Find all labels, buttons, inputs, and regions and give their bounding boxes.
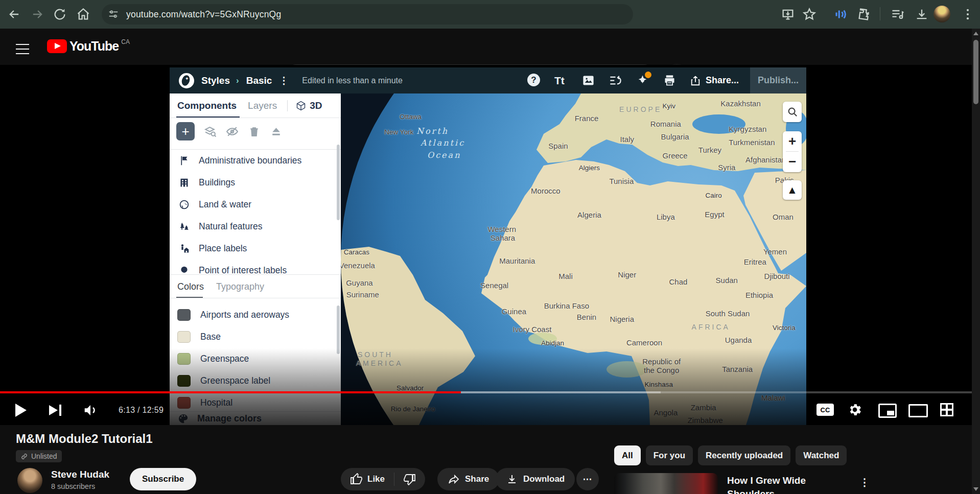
theater-button[interactable] (908, 402, 928, 417)
zoom-in-button[interactable]: + (788, 131, 796, 151)
chip-recently-uploaded[interactable]: Recently uploaded (698, 445, 790, 465)
volume-button[interactable] (83, 403, 98, 418)
share-button[interactable]: Share... (690, 75, 739, 86)
subscribe-button[interactable]: Subscribe (130, 468, 196, 490)
breadcrumb-styles[interactable]: Styles (201, 75, 230, 86)
zoom-out-button[interactable]: − (788, 152, 796, 172)
image-icon[interactable] (581, 74, 595, 87)
more-actions-button[interactable]: ⋯ (576, 468, 599, 490)
eject-icon[interactable] (270, 125, 283, 138)
breadcrumb-style-name[interactable]: Basic (246, 75, 272, 86)
miniplayer-button[interactable] (878, 402, 897, 417)
trash-icon[interactable] (248, 125, 261, 138)
color-row[interactable]: Base (170, 326, 341, 348)
play-button[interactable] (15, 404, 27, 417)
compass-button[interactable]: ▲ (783, 180, 802, 200)
map-label: Tunisia (609, 176, 634, 185)
map-label: Guinea (502, 307, 526, 315)
map-label: North (416, 126, 449, 136)
tab-3d[interactable]: 3D (310, 100, 322, 111)
video-player[interactable]: Styles › Basic ⋮ Edited in less than a m… (0, 65, 972, 425)
component-poi-labels[interactable]: Point of interest labels (170, 260, 341, 281)
hide-eye-icon[interactable] (226, 125, 239, 138)
component-land-water[interactable]: Land & water (170, 194, 341, 216)
chip-for-you[interactable]: For you (646, 445, 693, 465)
tab-divider (287, 100, 288, 111)
forward-icon[interactable] (30, 7, 44, 21)
channel-name[interactable]: Steve Hudak (51, 469, 109, 480)
menu-dots-icon[interactable] (961, 7, 975, 21)
captions-button[interactable]: CC (816, 402, 834, 417)
channel-avatar[interactable] (17, 468, 42, 493)
color-row[interactable]: Greenspace label (170, 370, 341, 392)
extensions-icon[interactable] (857, 7, 871, 21)
share-button-yt[interactable]: Share (437, 468, 499, 490)
reload-icon[interactable] (53, 7, 67, 21)
address-bar[interactable]: youtube.com/watch?v=5GxNRuycnQg (102, 4, 633, 25)
tab-typography[interactable]: Typography (216, 281, 264, 292)
url-text[interactable]: youtube.com/watch?v=5GxNRuycnQg (126, 9, 281, 20)
download-button-yt[interactable]: Download (496, 468, 575, 490)
home-icon[interactable] (76, 7, 90, 21)
page-scrollbar[interactable] (972, 29, 980, 494)
scrollbar-down-arrow[interactable] (973, 487, 978, 491)
component-administrative-boundaries[interactable]: Administrative boundaries (170, 150, 341, 172)
map-label: Ivory Coast (512, 325, 551, 334)
audio-playing-icon[interactable] (833, 7, 847, 21)
component-label: Administrative boundaries (199, 155, 301, 166)
like-button[interactable]: Like (341, 468, 394, 490)
component-place-labels[interactable]: Place labels (170, 238, 341, 260)
color-row[interactable]: Greenspace (170, 348, 341, 370)
map-label: Djibouti (764, 271, 790, 280)
map-canvas[interactable]: EUROPEKyivKazakhstanFranceOttawaRomaniaK… (341, 93, 806, 425)
settings-button[interactable] (847, 402, 862, 417)
scrollbar-thumb[interactable] (973, 40, 978, 104)
style-subtabs: Colors Typography (177, 281, 264, 292)
typography-icon[interactable]: Tt (554, 74, 568, 87)
import-icon[interactable] (609, 74, 622, 87)
north-arrow-icon: ▲ (787, 184, 798, 196)
cube-3d-icon (296, 101, 306, 111)
dislike-button[interactable] (394, 468, 425, 490)
add-component-button[interactable]: + (176, 122, 195, 140)
color-row[interactable]: Airports and aeroways (170, 304, 341, 326)
tab-colors[interactable]: Colors (177, 281, 204, 292)
media-queue-icon[interactable] (891, 7, 905, 21)
scrollbar-up-arrow[interactable] (973, 32, 978, 35)
flag-icon (179, 155, 190, 166)
send-to-device-icon[interactable] (781, 7, 795, 21)
video-progress-bar[interactable] (0, 391, 972, 393)
related-video-title[interactable]: How I Grew Wide Shoulders... FAST (727, 474, 860, 494)
component-buildings[interactable]: Buildings (170, 172, 341, 194)
component-natural-features[interactable]: Natural features (170, 216, 341, 238)
map-search-button[interactable] (783, 102, 802, 122)
fullscreen-button[interactable] (940, 402, 953, 417)
publish-button[interactable]: Publish... (750, 67, 806, 93)
browser-bar: youtube.com/watch?v=5GxNRuycnQg (0, 0, 980, 29)
print-icon[interactable] (663, 74, 676, 87)
youtube-logo[interactable]: YouTube CA (47, 39, 127, 54)
back-icon[interactable] (7, 7, 21, 21)
colors-scrollbar[interactable] (337, 305, 340, 354)
chip-watched[interactable]: Watched (796, 445, 847, 465)
thumbs-up-icon (350, 473, 362, 485)
components-scrollbar[interactable] (337, 145, 340, 220)
related-video-menu-icon[interactable]: ⋮ (859, 476, 870, 488)
effects-icon[interactable] (636, 74, 649, 87)
tab-components[interactable]: Components (177, 100, 237, 111)
style-menu-icon[interactable]: ⋮ (279, 79, 289, 82)
menu-icon[interactable] (16, 40, 29, 52)
inspect-layers-icon[interactable] (204, 125, 217, 138)
map-label: Sudan (716, 276, 738, 285)
tab-layers[interactable]: Layers (248, 100, 277, 111)
bookmark-star-icon[interactable] (802, 7, 816, 21)
site-settings-icon[interactable] (108, 9, 119, 20)
help-icon[interactable]: ? (527, 74, 541, 87)
chip-all[interactable]: All (614, 445, 641, 465)
next-button[interactable] (49, 405, 61, 416)
related-video-thumbnail[interactable] (614, 473, 718, 494)
download-icon[interactable] (915, 7, 929, 21)
profile-avatar[interactable] (934, 6, 950, 22)
map-label: Afghanistan (745, 155, 786, 163)
trees-icon (179, 221, 190, 232)
